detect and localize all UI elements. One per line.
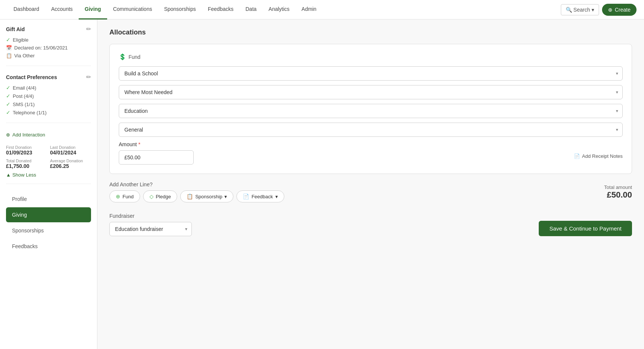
fundraiser-select[interactable]: Education fundraiser General Fundraiser <box>109 222 192 236</box>
fund-button-label: Fund <box>123 194 134 199</box>
nav-item-sponsorships[interactable]: Sponsorships <box>158 0 202 19</box>
via-icon: 📋 <box>6 53 12 58</box>
sidebar-item-profile[interactable]: Profile <box>6 192 91 207</box>
search-label: Search <box>574 7 590 13</box>
plus-circle-icon: ⊕ <box>608 7 613 13</box>
contact-prefs-edit-icon[interactable]: ✏ <box>86 73 91 81</box>
add-pledge-button[interactable]: ◇ Pledge <box>143 190 177 202</box>
fund-dropdown-1-wrapper: Build a School General Fund Emergency Re… <box>119 66 623 81</box>
contact-pref-email: ✓ Email (4/4) <box>6 84 91 92</box>
nav-item-giving[interactable]: Giving <box>79 0 107 19</box>
sidebar-item-giving[interactable]: Giving <box>6 207 91 222</box>
fundraiser-bottom: Fundraiser Education fundraiser General … <box>109 210 632 236</box>
via-label: Via Other <box>14 53 35 58</box>
fund-dropdown-4[interactable]: General Restricted Unrestricted <box>119 123 623 137</box>
first-donation-stat: First Donation 01/09/2023 <box>6 145 47 156</box>
search-button[interactable]: 🔍 Search ▾ <box>561 4 599 15</box>
sidebar-item-feedbacks[interactable]: Feedbacks <box>6 239 91 254</box>
save-continue-container: Save & Continue to Payment <box>539 221 632 236</box>
last-donation-value: 04/01/2024 <box>50 150 91 156</box>
amount-input[interactable] <box>119 150 194 165</box>
save-continue-button[interactable]: Save & Continue to Payment <box>539 221 632 236</box>
stats-grid: First Donation 01/09/2023 Last Donation … <box>6 145 91 169</box>
fund-dropdown-3-wrapper: Education Health Environment ▾ <box>119 104 623 118</box>
sidebar: Gift Aid ✏ ✓ Eligible 📅 Declared on: 15/… <box>0 19 97 349</box>
plus-icon: ⊕ <box>6 132 10 138</box>
email-check-icon: ✓ <box>6 85 10 91</box>
nav-item-dashboard[interactable]: Dashboard <box>7 0 45 19</box>
sponsorship-button-label: Sponsorship <box>195 194 222 199</box>
total-donated-stat: Total Donated £1,750.00 <box>6 159 47 169</box>
allocations-title: Allocations <box>109 28 632 36</box>
feedback-button-label: Feedback <box>251 194 273 199</box>
fund-circle-icon: 💲 <box>119 53 126 60</box>
telephone-label: Telephone (1/1) <box>13 110 46 115</box>
nav-item-feedbacks[interactable]: Feedbacks <box>202 0 239 19</box>
calendar-icon: 📅 <box>6 45 12 51</box>
pledge-icon: ◇ <box>149 193 154 199</box>
sms-check-icon: ✓ <box>6 101 10 107</box>
fund-dropdown-2-wrapper: Where Most Needed Specific Project ▾ <box>119 85 623 99</box>
allocation-card: 💲 Fund Build a School General Fund Emerg… <box>109 44 632 174</box>
first-donation-value: 01/09/2023 <box>6 150 47 156</box>
nav-right: 🔍 Search ▾ ⊕ Create <box>561 4 637 16</box>
gift-aid-section: Gift Aid ✏ ✓ Eligible 📅 Declared on: 15/… <box>6 25 91 66</box>
gift-aid-title: Gift Aid <box>6 26 25 32</box>
search-icon: 🔍 <box>566 7 572 13</box>
add-interaction-button[interactable]: ⊕ Add Interaction <box>6 130 45 139</box>
total-section: Total amount £50.00 <box>604 184 632 200</box>
feedback-dropdown-icon: ▾ <box>275 194 278 199</box>
sponsorship-icon: 📋 <box>187 193 193 199</box>
fund-label: Fund <box>129 54 140 60</box>
post-label: Post (4/4) <box>13 93 34 99</box>
top-navigation: Dashboard Accounts Giving Communications… <box>0 0 644 19</box>
fund-dropdown-1[interactable]: Build a School General Fund Emergency Re… <box>119 66 623 81</box>
add-receipt-notes-button[interactable]: 📄 Add Receipt Notes <box>574 153 623 159</box>
add-sponsorship-button[interactable]: 📋 Sponsorship ▾ <box>180 190 233 202</box>
show-less-label: Show Less <box>12 172 36 178</box>
add-another-line-section: Add Another Line? ⊕ Fund ◇ Pledge 📋 Spo <box>109 181 632 202</box>
last-donation-label: Last Donation <box>50 145 91 150</box>
eligible-label: Eligible <box>13 37 28 43</box>
fundraiser-section: Fundraiser Education fundraiser General … <box>109 213 192 236</box>
sidebar-item-sponsorships[interactable]: Sponsorships <box>6 223 91 238</box>
show-less-button[interactable]: ▲ Show Less <box>6 172 36 178</box>
nav-menu: Dashboard Accounts Giving Communications… <box>7 0 561 19</box>
fund-dropdown-3[interactable]: Education Health Environment <box>119 104 623 118</box>
receipt-notes-label: Add Receipt Notes <box>582 153 623 159</box>
chevron-down-icon: ▾ <box>592 7 594 13</box>
fund-dropdown-2[interactable]: Where Most Needed Specific Project <box>119 85 623 99</box>
amount-label: Amount * <box>119 141 194 147</box>
add-fund-button[interactable]: ⊕ Fund <box>109 190 140 202</box>
add-line-row: Add Another Line? ⊕ Fund ◇ Pledge 📋 Spo <box>109 181 632 202</box>
gift-aid-eligible: ✓ Eligible <box>6 36 91 44</box>
contact-pref-sms: ✓ SMS (1/1) <box>6 100 91 108</box>
average-donation-stat: Average Donation £206.25 <box>50 159 91 169</box>
pledge-button-label: Pledge <box>156 194 171 199</box>
sponsorship-dropdown-icon: ▾ <box>224 194 227 199</box>
nav-item-accounts[interactable]: Accounts <box>45 0 79 19</box>
add-line-buttons: ⊕ Fund ◇ Pledge 📋 Sponsorship ▾ <box>109 190 284 202</box>
chevron-up-icon: ▲ <box>6 172 11 178</box>
add-feedback-button[interactable]: 📄 Feedback ▾ <box>236 190 284 202</box>
receipt-icon: 📄 <box>574 153 580 159</box>
contact-prefs-title: Contact Preferences <box>6 74 57 80</box>
nav-item-analytics[interactable]: Analytics <box>263 0 296 19</box>
nav-item-admin[interactable]: Admin <box>296 0 323 19</box>
contact-prefs-section: Contact Preferences ✏ ✓ Email (4/4) ✓ Po… <box>6 73 91 123</box>
add-line-left: Add Another Line? ⊕ Fund ◇ Pledge 📋 Spo <box>109 181 284 202</box>
add-interaction-label: Add Interaction <box>12 132 45 138</box>
nav-item-communications[interactable]: Communications <box>107 0 158 19</box>
create-button[interactable]: ⊕ Create <box>602 4 637 16</box>
eligible-check-icon: ✓ <box>6 37 10 43</box>
add-interaction-container: ⊕ Add Interaction <box>6 130 91 139</box>
fund-dropdown-4-wrapper: General Restricted Unrestricted ▾ <box>119 123 623 137</box>
fund-plus-icon: ⊕ <box>116 193 120 199</box>
contact-prefs-header: Contact Preferences ✏ <box>6 73 91 81</box>
nav-item-data[interactable]: Data <box>239 0 263 19</box>
main-content: Allocations 💲 Fund Build a School Genera… <box>97 19 644 349</box>
total-amount-value: £50.00 <box>604 190 632 200</box>
gift-aid-edit-icon[interactable]: ✏ <box>86 25 91 33</box>
email-label: Email (4/4) <box>13 85 36 91</box>
gift-aid-header: Gift Aid ✏ <box>6 25 91 33</box>
